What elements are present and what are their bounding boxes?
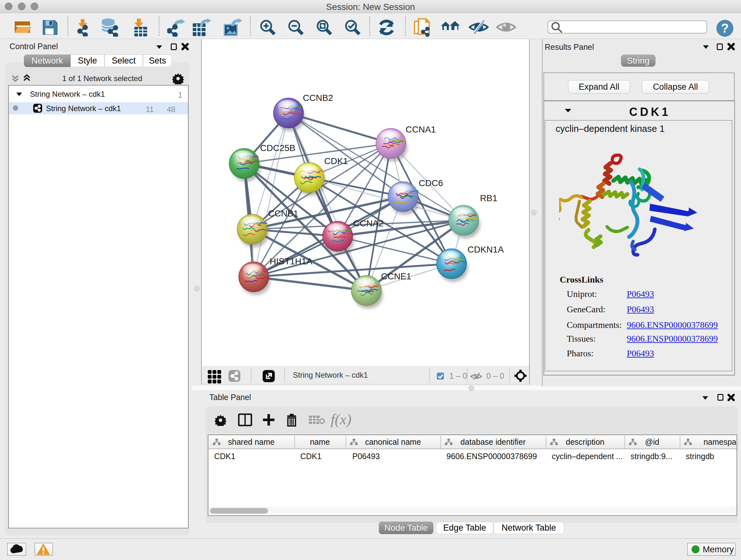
svg-text:CDC25B: CDC25B	[260, 143, 295, 153]
svg-text:CCNB2: CCNB2	[303, 93, 333, 103]
svg-text:CDK1: CDK1	[324, 156, 348, 166]
svg-text:CDC6: CDC6	[419, 178, 443, 188]
svg-text:HIST1H1A: HIST1H1A	[270, 256, 313, 266]
svg-text:RB1: RB1	[480, 193, 497, 203]
svg-text:CCNB1: CCNB1	[268, 208, 298, 219]
svg-text:CDKN1A: CDKN1A	[468, 245, 504, 254]
svg-text:CCNA1: CCNA1	[406, 125, 436, 134]
svg-text:CCNA2: CCNA2	[353, 219, 384, 228]
svg-text:CCNE1: CCNE1	[381, 271, 411, 281]
